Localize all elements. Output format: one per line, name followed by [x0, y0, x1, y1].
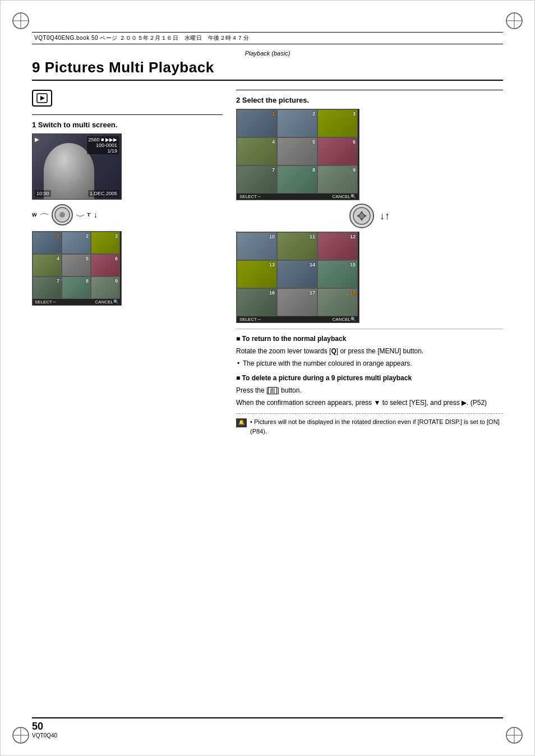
left-grid-row-1: 1 2 3 [33, 232, 121, 254]
chapter-title: 9 Pictures Multi Playback [32, 59, 503, 81]
tip-content: • Pictures will not be displayed in the … [250, 418, 500, 435]
footer: 50 VQT0Q40 [32, 717, 503, 739]
corner-mark-br [504, 725, 524, 745]
right-grid2-select-label: SELECT↔ [239, 317, 261, 322]
svg-marker-13 [40, 96, 45, 100]
right-grid2-row2: 13 14 15 [237, 260, 359, 288]
tip-text: • Pictures will not be displayed in the … [250, 417, 503, 436]
left-grid-cancel-label: CANCEL🔍 [95, 299, 119, 305]
right-grid1-select-label: SELECT↔ [239, 194, 261, 199]
right-column: 2 Select the pictures. 1 2 3 4 5 6 7 [236, 90, 503, 436]
nav-circle [349, 204, 374, 228]
camera-info-bar: ▶ 2560 ■ ▶▶▶ 100-0001 1/19 [35, 136, 119, 154]
right-grid2-cell-10: 10 [237, 232, 277, 260]
right-grid1-cell-3: 3 [317, 109, 358, 137]
right-grid2-cell-13: 13 [237, 260, 277, 288]
right-grid2-cell-15: 15 [317, 260, 358, 288]
right-grid1-cell-1: 1 [237, 109, 277, 137]
model-number: VQT0Q40 [32, 732, 57, 739]
return-heading: ■ To return to the normal playback [236, 334, 503, 344]
right-grid1-row2: 4 5 6 [237, 137, 359, 165]
left-grid-cell-8: 8 [62, 276, 91, 299]
right-grid2-bar: SELECT↔ CANCEL🔍 [237, 316, 359, 322]
right-grid2-cell-12: 12 [317, 232, 358, 260]
right-grid1-row1: 1 2 3 [237, 109, 359, 137]
two-column-layout: 1 Switch to multi screen. ▶ 2560 ■ ▶▶▶ 1… [32, 90, 503, 436]
right-grid-1: 1 2 3 4 5 6 7 8 9 SELECT↔ [236, 109, 359, 200]
right-grid2-cell-17: 17 [277, 288, 317, 316]
camera-preview-image: ▶ 2560 ■ ▶▶▶ 100-0001 1/19 10:00 1.DEC.2… [32, 133, 122, 200]
left-grid-cell-9: 9 [91, 276, 120, 299]
right-grid1-cell-2: 2 [277, 109, 317, 137]
right-grid2-cell-11: 11 [277, 232, 317, 260]
cam-timestamp: 10:00 [35, 190, 51, 197]
svg-point-15 [59, 212, 65, 218]
corner-mark-bl [11, 725, 31, 745]
left-grid-cell-5: 5 [62, 254, 91, 276]
left-grid-row-3: 7 8 9 [33, 276, 121, 299]
left-multi-grid: 1 2 3 4 5 6 7 8 9 SELECT↔ [32, 231, 122, 306]
return-bullet: The picture with the number coloured in … [236, 358, 503, 368]
return-text: Rotate the zoom lever towards [Q] or pre… [236, 346, 503, 356]
delete-text1: Press the [面] button. [236, 385, 503, 395]
left-grid-cell-4: 4 [33, 254, 62, 276]
header-bar: VQT0Q40ENG.book 50 ページ ２００５年２月１６日 水曜日 午後… [32, 32, 503, 44]
right-grid1-cell-8: 8 [277, 165, 317, 193]
left-grid-cell-2: 2 [62, 232, 91, 254]
right-grid1-cancel-label: CANCEL🔍 [333, 194, 356, 199]
zoom-t-label: T [87, 212, 91, 218]
right-grid1-cell-9: 9 [317, 165, 358, 193]
step2-heading: 2 Select the pictures. [236, 96, 503, 104]
left-grid-cell-1: 1 [33, 232, 62, 254]
corner-mark-tl [11, 11, 31, 31]
step1-divider [32, 114, 223, 115]
right-grid1-cell-6: 6 [317, 137, 358, 165]
left-grid-row-2: 4 5 6 [33, 254, 121, 276]
tip-box: 🔔 • Pictures will not be displayed in th… [236, 413, 503, 436]
svg-point-21 [359, 214, 364, 218]
nav-arrows-text: ↓↑ [380, 210, 390, 222]
page-number: 50 [32, 721, 57, 732]
cam-date: 1.DEC.2005 [88, 190, 119, 197]
playback-mode-icon [32, 90, 52, 107]
zoom-arrow: ↓ [94, 210, 98, 219]
left-grid-bar: SELECT↔ CANCEL🔍 [33, 299, 121, 305]
notes-divider [236, 329, 503, 329]
right-grid1-cell-5: 5 [277, 137, 317, 165]
left-grid-cell-7: 7 [33, 276, 62, 299]
step2-divider [236, 90, 503, 90]
cam-play-icon: ▶ [35, 136, 39, 142]
right-grid-2: 10 11 12 13 14 15 16 17 18 [236, 232, 359, 323]
left-grid-cell-3: 3 [91, 232, 120, 254]
delete-text2: When the confirmation screen appears, pr… [236, 398, 503, 408]
right-grid2-cell-18: 18 [317, 288, 358, 316]
step1-heading: 1 Switch to multi screen. [32, 121, 223, 129]
right-grid2-row1: 10 11 12 [237, 232, 359, 260]
main-content: Playback (basic) 9 Pictures Multi Playba… [32, 50, 503, 711]
delete-heading: ■ To delete a picture during a 9 picture… [236, 373, 503, 383]
page-subtitle: Playback (basic) [32, 50, 503, 57]
grid-nav-arrows: ↓↑ [236, 204, 503, 228]
left-grid-cell-6: 6 [91, 254, 120, 276]
zoom-lever-indicator: W T ↓ [32, 204, 223, 225]
left-column: 1 Switch to multi screen. ▶ 2560 ■ ▶▶▶ 1… [32, 90, 223, 436]
zoom-dial[interactable] [52, 204, 73, 225]
zoom-w-label: W [32, 212, 37, 218]
right-grid2-cancel-label: CANCEL🔍 [333, 317, 356, 322]
header-text: VQT0Q40ENG.book 50 ページ ２００５年２月１６日 水曜日 午後… [34, 34, 501, 42]
right-grid1-cell-4: 4 [237, 137, 277, 165]
left-grid-select-label: SELECT↔ [35, 299, 57, 305]
footer-left: 50 VQT0Q40 [32, 721, 57, 739]
right-grid1-cell-7: 7 [237, 165, 277, 193]
right-grid2-cell-16: 16 [237, 288, 277, 316]
right-grid1-row3: 7 8 9 [237, 165, 359, 193]
cam-top-right-info: 2560 ■ ▶▶▶ 100-0001 1/19 [87, 136, 119, 154]
right-grid1-bar: SELECT↔ CANCEL🔍 [237, 193, 359, 200]
page: VQT0Q40ENG.book 50 ページ ２００５年２月１６日 水曜日 午後… [0, 0, 535, 756]
tip-icon: 🔔 [236, 418, 247, 427]
corner-mark-tr [504, 11, 524, 31]
right-grid2-row3: 16 17 18 [237, 288, 359, 316]
notes-section: ■ To return to the normal playback Rotat… [236, 329, 503, 436]
right-grid2-cell-14: 14 [277, 260, 317, 288]
